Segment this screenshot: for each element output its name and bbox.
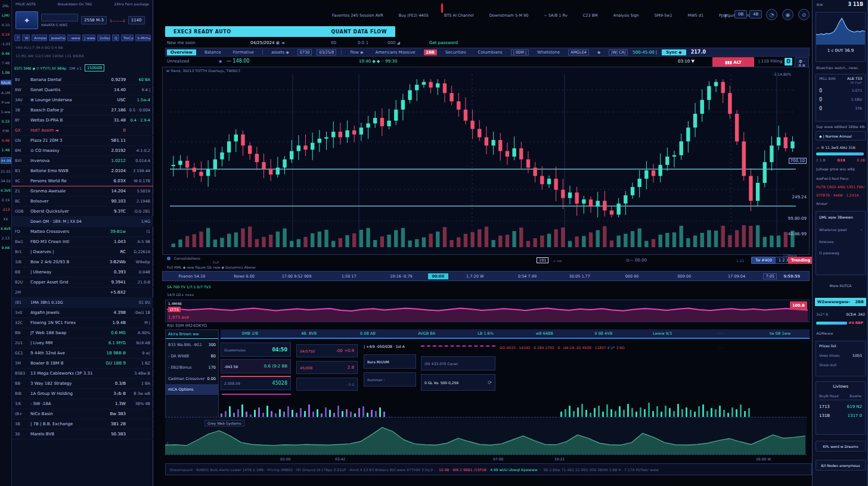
metric-box-a2[interactable]: -043 590.6 (9:2 BB xyxy=(221,359,291,373)
watch-header-box[interactable]: 15000B xyxy=(85,64,104,71)
edge-item[interactable]: 2NL xyxy=(1,4,11,8)
watch-row[interactable]: (B1 1MA 3Bh1 0.10G 01 0U xyxy=(12,298,153,308)
filter-chip[interactable]: W xyxy=(22,35,30,41)
watch-row[interactable]: 32C Flowing 1N 9C1 Forex 1.9.4B M | xyxy=(12,318,153,328)
watch-row[interactable]: BV Banana Dental 0.9239 60 BA xyxy=(12,75,153,85)
edge-item[interactable]: 9.4B xyxy=(1,51,11,55)
wca-box[interactable]: |W| CA| xyxy=(609,49,628,55)
filter-chip[interactable]: TroCa xyxy=(121,35,134,41)
watch-row[interactable]: BN JT Web 188 Swap 0.6 MG A 90% xyxy=(12,328,153,338)
crosshair-icon[interactable]: -↟- xyxy=(721,13,730,20)
gauge-icon[interactable]: ◔ xyxy=(766,9,777,20)
target-icon[interactable]: ◉ xyxy=(782,9,793,20)
badge-0b[interactable]: 0B xyxy=(734,10,747,18)
cold-box2[interactable]: 0 GL Vo. 500 0,259 ⟳ xyxy=(421,374,495,391)
watch-row[interactable]: BY Weltas D-PRA B 31.48 0.4 · 2.9-4 xyxy=(12,116,153,126)
colc-box1[interactable]: Bara M/UVM xyxy=(364,354,416,369)
id-box[interactable]: 1140 xyxy=(128,16,145,24)
flow-menu[interactable]: flow ◈ xyxy=(346,49,367,55)
edge-item[interactable]: 4.AVE xyxy=(1,226,11,230)
watch-row[interactable]: GX Hot? Assim ◄ B xyxy=(12,126,153,136)
menu-item[interactable]: Buy (FE2) 4455 xyxy=(399,13,429,18)
edge-item[interactable]: 21.01 xyxy=(1,169,11,173)
live-badge[interactable]: 2BB xyxy=(424,49,437,55)
edge-item[interactable]: 0.19 xyxy=(1,32,11,36)
edge-item[interactable]: -213 xyxy=(1,207,11,211)
search-input[interactable]: 2558 M-3 xyxy=(81,16,107,24)
edge-item[interactable]: L(M) xyxy=(1,13,11,17)
metric-box-b3[interactable]: - 0 0 xyxy=(296,378,358,391)
edge-item[interactable]: A.1M xyxy=(1,91,11,95)
field-0730[interactable]: 0730 xyxy=(297,49,312,55)
diamond-icon[interactable]: ◈ xyxy=(594,49,604,55)
edge-item[interactable]: 7.4B xyxy=(1,61,11,65)
bottom-list-row[interactable]: Cadman Crossover0.00 xyxy=(166,373,218,384)
account-field[interactable] xyxy=(41,14,78,21)
filter-chip[interactable]: -www xyxy=(67,35,80,41)
depth-area-panel[interactable]: Grey Web Systems 2 xyxy=(165,417,807,455)
info-icon[interactable]: ⊘ xyxy=(798,9,810,20)
assets-menu[interactable]: assets ◈ xyxy=(268,49,293,55)
watch-row[interactable]: BB· 3 Way 182 Strategy 0.3/B 1 BA xyxy=(12,379,153,389)
securities-item[interactable]: Securities xyxy=(442,49,470,55)
amgle-box[interactable]: AMGLE4 xyxy=(568,49,589,55)
sell-alert-button[interactable]: ▮▮▮ ALT xyxy=(712,57,754,67)
timebar-selected[interactable]: 00:00 xyxy=(428,273,448,279)
watch-row[interactable]: 3x0 Algafin Jewels 4.39B -0wU 1B xyxy=(12,308,153,318)
watch-row[interactable]: BXI Invenova 1.0212 0.014.4 xyxy=(12,156,153,166)
date-icons[interactable]: ▣ ◄ xyxy=(276,40,284,45)
badge-4b[interactable]: 4B xyxy=(749,10,762,18)
oscillator-panel[interactable]: 1.4M4B LT-T4 1,973 ave 100.B xyxy=(165,300,810,322)
filter-chip[interactable]: Q xyxy=(112,35,119,41)
edge-item[interactable]: 44.95 xyxy=(1,157,11,164)
edge-item[interactable]: 0.46 xyxy=(1,138,11,142)
whetstone-item[interactable]: Whetstone xyxy=(534,49,563,55)
more-button[interactable]: More RUTCA xyxy=(816,284,865,288)
menu-item[interactable]: 5M9-5w1 xyxy=(655,13,672,18)
watch-row[interactable]: B5B3 13 Mega Cableworks (3P 3.31 3.4Bw-B xyxy=(12,369,153,379)
menu-item[interactable]: BTS AI Channel xyxy=(444,13,474,18)
watch-row[interactable]: 3B | 7B | B.B. Exchange 3B1 2B xyxy=(12,419,153,429)
watch-row[interactable]: Z1 Granma Awesale 14.204 3.5019 xyxy=(12,186,153,197)
watch-row[interactable]: BM ⊙ CD Inwassy 2.0192 4-1-0.2 xyxy=(12,146,153,156)
bottom-list-row[interactable]: - DA W96BB0 xyxy=(166,350,218,362)
watch-row[interactable]: ODB Oberst Quicksilver 9.3TC Q:0 2B1 xyxy=(12,207,153,217)
refresh-icon[interactable]: ⟳ xyxy=(488,380,492,385)
watch-row[interactable]: 9C Persons World Re 6.03X W 0.17B xyxy=(12,176,153,186)
filter-chip[interactable]: b-Mirtar xyxy=(135,35,151,41)
tier-button[interactable]: Tw #400 xyxy=(751,257,776,264)
timebar-box[interactable]: 7:05 xyxy=(763,273,777,279)
symbol-time[interactable]: 03:10 ▼ xyxy=(678,59,695,64)
watch-row[interactable]: 2U1 | Livey MM 6.1 MYG 9U9 AB xyxy=(12,338,153,348)
show-all-link[interactable]: Show dull xyxy=(819,363,862,367)
app-logo[interactable]: ✦ xyxy=(16,11,38,29)
metric-box-b1[interactable]: 04/5750-00 +0.9 xyxy=(296,344,358,357)
menu-item[interactable]: Analysis Sign xyxy=(613,13,639,18)
watch-row[interactable]: GC1 9 44th 32nd Ave 1B 9BB B 9 w| xyxy=(12,348,153,359)
columbians-item[interactable]: Columbians xyxy=(475,49,506,55)
watch-row[interactable]: 30 Marelo BVB 50.3B3 xyxy=(12,429,153,440)
watch-row[interactable]: Bw1 FBO-M3 Crown Intl 1.043 A-5 9B xyxy=(12,237,153,247)
bottom-list-row[interactable]: - EB2/Bonus170 xyxy=(166,362,218,373)
edge-item[interactable]: XX xyxy=(1,217,11,221)
cold-box1[interactable]: /05 433-070 Cover xyxy=(421,356,495,370)
massive-menu[interactable]: Americans Massive xyxy=(371,49,418,55)
watch-row[interactable]: 3B Baasch Dafoe Jr 27.186 0.5 · 0.004 xyxy=(12,105,153,116)
trending-button[interactable]: Trending xyxy=(788,257,813,264)
tab-balance[interactable]: Balance xyxy=(201,49,225,55)
watch-row[interactable]: Down QM · 1B9: M | XX.04 1/4G xyxy=(12,217,153,227)
narrow-annual-row[interactable]: ◆ | Narrow Annual xyxy=(816,131,866,141)
score-highlight-row[interactable]: W2wwwwgww-2BB xyxy=(815,298,866,306)
menu-item[interactable]: ~ 5A/B 1 Rv xyxy=(544,13,567,18)
chevron-right-icon[interactable]: › xyxy=(860,228,862,232)
edge-item[interactable]: 34.02 xyxy=(1,179,11,183)
tab-formative[interactable]: Formative xyxy=(230,49,258,55)
watch-row[interactable]: 3/B Bow 2 Arb 20/93 B 3-B2Wb W9wbp xyxy=(12,257,153,267)
edge-item[interactable]: 1-ww xyxy=(1,110,11,114)
edge-item[interactable]: 4.10 xyxy=(1,23,11,27)
sync-button[interactable]: Sync ◆ xyxy=(662,49,686,55)
oom-box[interactable]: | 00M | xyxy=(511,49,529,55)
watch-row[interactable]: FD Matteo Crossovers 39-B1w (1 xyxy=(12,227,153,237)
tab-overview[interactable]: Overview xyxy=(167,49,196,55)
watch-row[interactable]: 2M +5.BX2 xyxy=(12,288,153,298)
